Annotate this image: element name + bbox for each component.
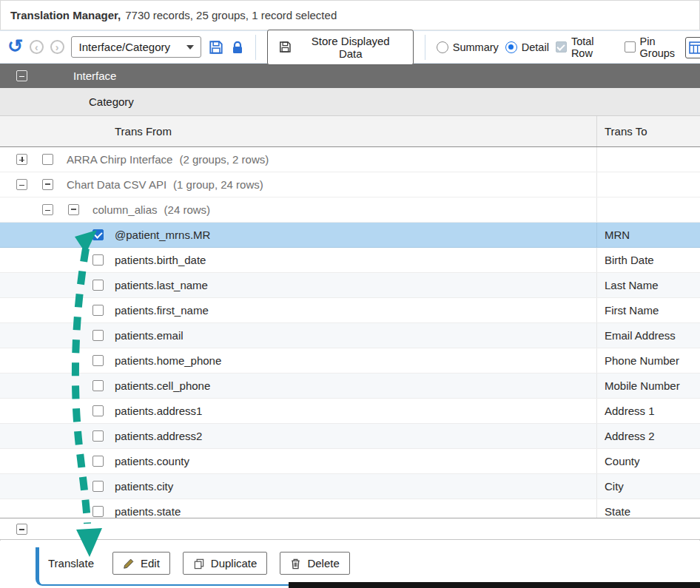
column-header-trans-from[interactable]: Trans From — [0, 116, 596, 146]
trans-from-value: patients.address1 — [115, 405, 202, 417]
total-row-checkbox[interactable]: Total Row — [556, 36, 618, 59]
store-displayed-data-label: Store Displayed Data — [299, 35, 403, 60]
summary-radio-label: Summary — [453, 41, 499, 53]
row-checkbox[interactable] — [92, 305, 104, 316]
columns-grid-button[interactable] — [685, 37, 700, 58]
trans-to-value: City — [605, 480, 624, 493]
radio-checked-icon — [505, 41, 517, 53]
subgroup-label: column_alias — [92, 203, 158, 216]
group-meta: (2 groups, 2 rows) — [179, 153, 269, 166]
row-checkbox[interactable] — [92, 254, 104, 266]
trans-to-value: County — [605, 455, 640, 467]
grid-icon — [689, 41, 700, 54]
view-mode-select[interactable]: Interface/Category — [71, 36, 201, 58]
trans-from-value: patients.county — [115, 455, 189, 467]
table-row[interactable]: patients.county County — [0, 449, 700, 474]
save-icon[interactable] — [208, 39, 224, 55]
row-checkbox[interactable] — [92, 481, 104, 492]
toolbar: ↺ ‹ › Interface/Category Store Displayed… — [0, 30, 700, 64]
footer-panel: Translate Edit Duplicate Delete — [0, 541, 700, 588]
table-row[interactable]: patients.address2 Address 2 — [0, 424, 700, 449]
trans-from-value: @patient_mrns.MR — [115, 229, 210, 241]
detail-radio[interactable]: Detail — [505, 41, 549, 53]
group-label: Chart Data CSV API — [67, 178, 166, 191]
row-checkbox[interactable] — [92, 330, 104, 341]
subgroup-row-column-alias[interactable]: column_alias (24 rows) — [0, 197, 700, 223]
interface-group-header: Interface — [0, 64, 700, 88]
table-row[interactable]: @patient_mrns.MR MRN — [0, 223, 700, 248]
trans-to-cell: Address 2 — [596, 424, 700, 448]
expand-plus-icon[interactable] — [16, 154, 27, 165]
collapse-minus-icon[interactable] — [16, 70, 27, 81]
trans-to-value: First Name — [605, 304, 659, 317]
category-group-header: Category — [0, 88, 700, 116]
total-row-label: Total Row — [571, 36, 618, 59]
leaf-rows: @patient_mrns.MR MRN patients.birth_date… — [0, 223, 700, 524]
row-checkbox[interactable] — [92, 506, 104, 517]
trans-from-value: patients.birth_date — [115, 254, 206, 266]
trans-to-cell: Last Name — [596, 273, 700, 297]
table-row[interactable]: patients.cell_phone Mobile Number — [0, 374, 700, 399]
subgroup-meta: (24 rows) — [164, 203, 211, 216]
group-row-arra-chirp[interactable]: ARRA Chirp Interface (2 groups, 2 rows) — [0, 147, 700, 172]
row-checkbox[interactable] — [92, 380, 104, 391]
collapse-minus-icon[interactable] — [16, 179, 27, 190]
table-row[interactable]: patients.email Email Address — [0, 323, 700, 348]
trans-to-cell: Address 1 — [596, 399, 700, 423]
table-row[interactable]: patients.address1 Address 1 — [0, 399, 700, 424]
table-row[interactable]: patients.city City — [0, 474, 700, 499]
edit-button[interactable]: Edit — [112, 552, 170, 575]
forward-icon[interactable]: › — [50, 40, 64, 54]
duplicate-button-label: Duplicate — [211, 557, 258, 570]
row-checkbox[interactable] — [92, 355, 104, 366]
table-row[interactable]: patients.first_name First Name — [0, 298, 700, 323]
duplicate-button[interactable]: Duplicate — [183, 552, 268, 575]
row-checkbox[interactable] — [92, 456, 104, 467]
bottom-panel-collapse-bar — [0, 518, 700, 540]
radio-icon — [437, 41, 448, 53]
toolbar-separator — [255, 35, 256, 60]
undo-icon[interactable]: ↺ — [7, 37, 23, 55]
collapse-minus-icon[interactable] — [16, 524, 27, 535]
trans-to-cell — [596, 197, 700, 222]
column-header-trans-to[interactable]: Trans To — [596, 116, 700, 146]
trans-to-cell — [596, 147, 700, 172]
summary-radio[interactable]: Summary — [437, 41, 499, 53]
toolbar-separator — [425, 35, 425, 60]
group-checkbox-indeterminate[interactable] — [42, 179, 53, 190]
group-checkbox[interactable] — [42, 154, 53, 165]
group-checkbox-indeterminate[interactable] — [68, 204, 79, 215]
trans-from-value: patients.city — [115, 480, 173, 493]
trans-to-cell: County — [596, 449, 700, 473]
table-row[interactable]: patients.last_name Last Name — [0, 273, 700, 298]
interface-header-label: Interface — [73, 70, 116, 82]
trans-from-value: patients.home_phone — [115, 354, 221, 367]
store-displayed-data-button[interactable]: Store Displayed Data — [267, 30, 414, 65]
trans-from-value: patients.last_name — [115, 279, 208, 291]
group-row-chart-data-csv-api[interactable]: Chart Data CSV API (1 group, 24 rows) — [0, 172, 700, 197]
row-checkbox[interactable] — [92, 280, 104, 291]
delete-button-label: Delete — [307, 557, 339, 570]
row-checkbox[interactable] — [92, 430, 104, 442]
pencil-icon — [123, 558, 135, 570]
trans-from-value: patients.first_name — [115, 304, 209, 317]
trans-to-value: Birth Date — [605, 254, 654, 266]
row-checkbox[interactable] — [92, 229, 104, 240]
trans-to-cell: City — [596, 474, 700, 499]
save-icon — [278, 40, 292, 54]
record-summary: 7730 records, 25 groups, 1 record select… — [125, 9, 337, 21]
trans-to-cell: Birth Date — [596, 248, 700, 272]
trans-from-value: patients.address2 — [115, 430, 202, 442]
delete-button[interactable]: Delete — [280, 552, 349, 575]
table-row[interactable]: patients.birth_date Birth Date — [0, 248, 700, 273]
collapse-minus-icon[interactable] — [42, 204, 53, 215]
trans-to-value: Email Address — [605, 329, 676, 342]
back-icon[interactable]: ‹ — [30, 40, 44, 54]
table-row[interactable]: patients.home_phone Phone Number — [0, 348, 700, 374]
trans-to-value: Address 2 — [605, 430, 655, 442]
row-checkbox[interactable] — [92, 405, 104, 416]
trans-to-value: State — [605, 505, 630, 518]
lock-icon[interactable] — [231, 40, 244, 55]
checkbox-checked-disabled-icon — [556, 41, 567, 53]
pin-groups-checkbox[interactable]: Pin Groups — [625, 36, 693, 59]
